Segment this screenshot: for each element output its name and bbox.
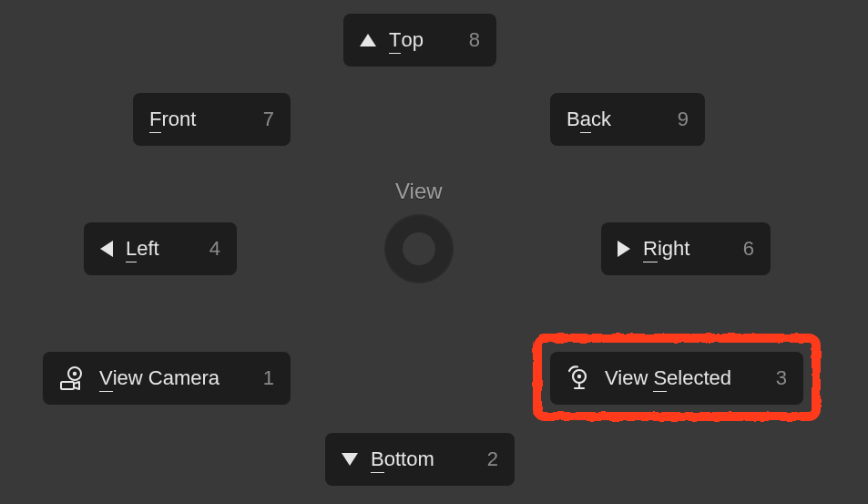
view-selected-label: View Selected: [605, 366, 731, 390]
view-front-label: Front: [149, 108, 196, 131]
view-camera-label: View Camera: [99, 366, 220, 390]
svg-rect-5: [61, 382, 74, 389]
view-bottom-button[interactable]: Bottom 2: [325, 433, 515, 486]
view-left-label: Left: [126, 237, 159, 261]
view-front-button[interactable]: Front 7: [133, 93, 291, 146]
triangle-left-icon: [100, 241, 113, 257]
view-camera-shortcut: 1: [263, 366, 274, 390]
view-selected-button[interactable]: View Selected 3: [550, 352, 803, 405]
view-top-button[interactable]: Top 8: [343, 14, 496, 67]
camera-icon: [59, 366, 87, 390]
view-right-label: Right: [643, 237, 689, 261]
svg-marker-10: [342, 453, 358, 466]
view-back-label: Back: [567, 108, 611, 131]
svg-point-4: [73, 372, 77, 375]
view-bottom-shortcut: 2: [487, 447, 498, 471]
view-selected-shortcut: 3: [776, 366, 787, 390]
view-back-shortcut: 9: [678, 108, 689, 131]
view-back-button[interactable]: Back 9: [550, 93, 705, 146]
triangle-down-icon: [342, 453, 358, 466]
svg-marker-1: [100, 241, 113, 257]
triangle-right-icon: [618, 241, 630, 257]
view-bottom-label: Bottom: [371, 447, 434, 471]
svg-marker-2: [618, 241, 630, 257]
view-left-shortcut: 4: [209, 237, 220, 261]
view-left-button[interactable]: Left 4: [84, 222, 237, 275]
view-right-button[interactable]: Right 6: [601, 222, 771, 275]
view-front-shortcut: 7: [263, 108, 274, 131]
view-right-shortcut: 6: [743, 237, 754, 261]
svg-marker-0: [360, 34, 376, 46]
view-camera-button[interactable]: View Camera 1: [43, 352, 291, 405]
view-top-label: Top: [389, 28, 424, 52]
view-center-ring: [384, 214, 454, 283]
svg-point-7: [577, 375, 581, 378]
triangle-up-icon: [360, 34, 376, 46]
view-top-shortcut: 8: [469, 28, 480, 52]
view-center-label: View: [395, 179, 443, 204]
frame-selected-icon: [567, 365, 592, 391]
